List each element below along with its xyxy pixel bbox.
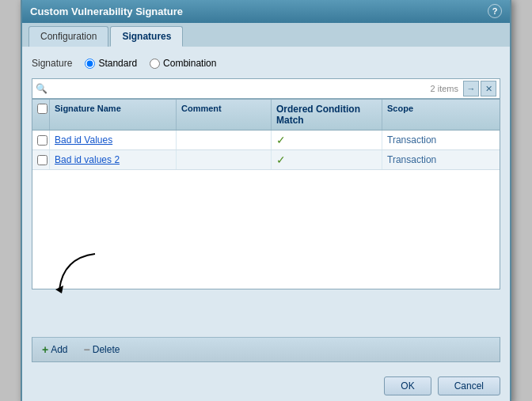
radio-combination[interactable]: Combination xyxy=(150,58,216,69)
tab-configuration[interactable]: Configuration xyxy=(28,26,108,47)
row2-check-icon: ✓ xyxy=(276,153,286,166)
radio-combination-input[interactable] xyxy=(150,59,160,69)
row1-check-icon: ✓ xyxy=(276,134,286,146)
row1-name-cell: Bad id Values xyxy=(50,131,177,149)
delete-icon: − xyxy=(84,343,90,356)
table-row: Bad id values 2 ✓ Transaction xyxy=(32,150,500,170)
col-checkbox xyxy=(32,100,50,130)
row2-scope-cell: Transaction xyxy=(382,150,477,169)
ok-button[interactable]: OK xyxy=(384,376,431,395)
radio-standard-input[interactable] xyxy=(85,59,95,69)
dialog-title: Custom Vulnerability Signature xyxy=(30,6,183,17)
signature-type-row: Signature Standard Combination xyxy=(32,55,500,72)
row2-name-cell: Bad id values 2 xyxy=(50,150,177,169)
items-count: 2 items xyxy=(431,84,458,93)
search-clear-btn[interactable]: ✕ xyxy=(481,81,496,96)
signatures-table: Signature Name Comment Ordered Condition… xyxy=(32,99,500,289)
add-icon: + xyxy=(42,343,48,356)
table-header: Signature Name Comment Ordered Condition… xyxy=(32,100,500,131)
delete-button[interactable]: − Delete xyxy=(81,342,124,357)
title-bar: Custom Vulnerability Signature ? xyxy=(22,0,510,23)
radio-standard[interactable]: Standard xyxy=(85,58,137,69)
row1-checkbox[interactable] xyxy=(37,135,48,146)
dialog: Custom Vulnerability Signature ? Configu… xyxy=(21,0,511,401)
signature-label: Signature xyxy=(32,58,72,69)
add-button[interactable]: + Add xyxy=(39,342,71,357)
row2-name-link[interactable]: Bad id values 2 xyxy=(55,154,120,165)
cancel-button[interactable]: Cancel xyxy=(438,376,500,395)
search-icon: 🔍 xyxy=(36,83,48,94)
row2-ordered-cell: ✓ xyxy=(272,150,382,169)
help-icon[interactable]: ? xyxy=(488,4,502,18)
search-prev-btn[interactable]: → xyxy=(463,81,479,96)
col-comment: Comment xyxy=(177,100,272,130)
select-all-checkbox[interactable] xyxy=(37,104,48,114)
col-ordered: Ordered Condition Match xyxy=(272,100,382,130)
search-bar: 🔍 2 items → ✕ xyxy=(32,78,500,99)
row2-checkbox[interactable] xyxy=(37,155,48,165)
col-name: Signature Name xyxy=(50,100,177,130)
tab-content-signatures: Signature Standard Combination 🔍 2 items… xyxy=(22,47,510,370)
annotation-area xyxy=(32,289,500,337)
col-scope: Scope xyxy=(382,100,477,130)
tab-signatures[interactable]: Signatures xyxy=(110,26,183,47)
row2-checkbox-cell xyxy=(32,150,50,169)
row1-comment-cell xyxy=(177,131,272,149)
row1-checkbox-cell xyxy=(32,131,50,149)
row1-ordered-cell: ✓ xyxy=(272,131,382,149)
table-body: Bad id Values ✓ Transaction xyxy=(32,131,500,289)
row1-scope-cell: Transaction xyxy=(382,131,477,149)
dialog-footer: OK Cancel xyxy=(22,370,510,401)
row2-comment-cell xyxy=(177,150,272,169)
row1-name-link[interactable]: Bad id Values xyxy=(55,134,112,146)
search-input[interactable] xyxy=(51,83,431,94)
tab-bar: Configuration Signatures xyxy=(22,23,510,47)
table-row: Bad id Values ✓ Transaction xyxy=(32,131,500,150)
table-toolbar: + Add − Delete xyxy=(32,337,500,362)
